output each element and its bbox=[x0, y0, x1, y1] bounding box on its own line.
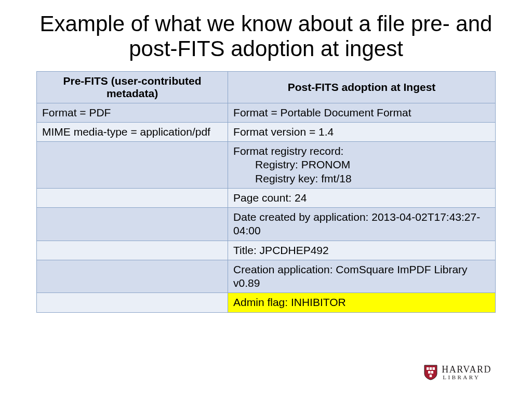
harvard-shield-icon bbox=[424, 365, 437, 380]
table-row: Admin flag: INHIBITOR bbox=[37, 293, 496, 312]
svg-rect-0 bbox=[427, 367, 429, 370]
cell-pre bbox=[37, 260, 228, 293]
cell-pre bbox=[37, 293, 228, 312]
cell-post: Format = Portable Document Format bbox=[228, 103, 496, 122]
table-row: Date created by application: 2013-04-02T… bbox=[37, 208, 496, 241]
table-row: Page count: 24 bbox=[37, 188, 496, 207]
svg-rect-3 bbox=[428, 371, 431, 374]
cell-post: Date created by application: 2013-04-02T… bbox=[228, 208, 496, 241]
logo-text-top: HARVARD bbox=[442, 365, 491, 374]
logo-text: HARVARD LIBRARY bbox=[442, 365, 491, 380]
svg-rect-4 bbox=[431, 371, 434, 374]
logo-text-bottom: LIBRARY bbox=[443, 375, 491, 380]
svg-rect-5 bbox=[430, 375, 432, 377]
cell-post: Page count: 24 bbox=[228, 188, 496, 207]
cell-pre: MIME media-type = application/pdf bbox=[37, 122, 228, 141]
cell-pre bbox=[37, 208, 228, 241]
table-header-pre: Pre-FITS (user-contributed metadata) bbox=[37, 71, 228, 103]
cell-post-highlighted: Admin flag: INHIBITOR bbox=[228, 293, 496, 312]
cell-post: Creation application: ComSquare ImPDF Li… bbox=[228, 260, 496, 293]
cell-post: Title: JPCDHEP492 bbox=[228, 241, 496, 260]
cell-sub-text: Registry: PRONOM bbox=[233, 158, 490, 171]
comparison-table: Pre-FITS (user-contributed metadata) Pos… bbox=[36, 71, 496, 313]
harvard-library-logo: HARVARD LIBRARY bbox=[424, 365, 491, 380]
svg-rect-1 bbox=[430, 367, 432, 370]
table-row: MIME media-type = application/pdf Format… bbox=[37, 122, 496, 141]
cell-post: Format registry record: Registry: PRONOM… bbox=[228, 142, 496, 189]
table-row: Creation application: ComSquare ImPDF Li… bbox=[37, 260, 496, 293]
cell-pre bbox=[37, 241, 228, 260]
cell-pre: Format = PDF bbox=[37, 103, 228, 122]
table-row: Format = PDF Format = Portable Document … bbox=[37, 103, 496, 122]
cell-post: Format version = 1.4 bbox=[228, 122, 496, 141]
svg-rect-2 bbox=[433, 367, 435, 370]
cell-pre bbox=[37, 142, 228, 189]
cell-sub-text: Registry key: fmt/18 bbox=[233, 172, 490, 185]
table-header-post: Post-FITS adoption at Ingest bbox=[228, 71, 496, 103]
slide-title: Example of what we know about a file pre… bbox=[0, 0, 532, 69]
table-row: Title: JPCDHEP492 bbox=[37, 241, 496, 260]
cell-pre bbox=[37, 188, 228, 207]
comparison-table-container: Pre-FITS (user-contributed metadata) Pos… bbox=[36, 71, 496, 313]
cell-main-text: Format registry record: bbox=[233, 145, 343, 157]
table-row: Format registry record: Registry: PRONOM… bbox=[37, 142, 496, 189]
